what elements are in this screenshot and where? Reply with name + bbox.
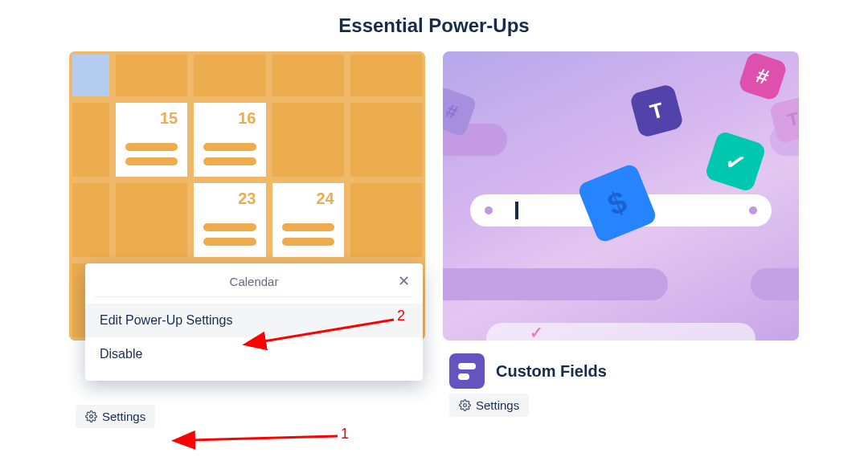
- close-icon[interactable]: ✕: [394, 271, 413, 291]
- popup-title: Calendar: [230, 275, 279, 288]
- annotation-label-1: 1: [341, 426, 349, 443]
- annotation-label-2: 2: [397, 308, 405, 324]
- svg-line-3: [193, 436, 338, 440]
- menu-item-disable[interactable]: Disable: [85, 337, 423, 371]
- calendar-date-15: 15: [160, 109, 178, 128]
- calendar-date-23: 23: [238, 190, 256, 208]
- hash-icon: #: [737, 51, 788, 102]
- check-icon: ✓: [704, 130, 767, 193]
- gear-icon: [459, 399, 471, 411]
- page-title: Essential Power-Ups: [0, 14, 868, 37]
- text-icon: T: [629, 84, 685, 139]
- calendar-settings-popup: Calendar ✕ Edit Power-Up Settings Disabl…: [85, 263, 423, 381]
- calendar-date-16: 16: [238, 109, 256, 128]
- settings-button-custom-fields[interactable]: Settings: [449, 394, 529, 417]
- custom-fields-icon: [449, 353, 485, 389]
- calendar-date-24: 24: [317, 190, 334, 208]
- settings-button-calendar[interactable]: Settings: [76, 405, 155, 428]
- settings-button-label: Settings: [476, 398, 519, 412]
- menu-item-edit-powerup-settings[interactable]: Edit Power-Up Settings: [85, 304, 423, 337]
- svg-point-0: [90, 415, 93, 418]
- powerup-card-custom-fields: ✓ # T ✓ $ # T Custom Fields: [443, 51, 799, 428]
- svg-point-1: [464, 404, 467, 407]
- settings-button-label: Settings: [102, 410, 145, 423]
- card-name-custom-fields: Custom Fields: [496, 362, 607, 381]
- custom-fields-illustration: ✓ # T ✓ $ # T: [443, 51, 799, 341]
- dollar-icon: $: [576, 162, 658, 244]
- gear-icon: [85, 410, 97, 422]
